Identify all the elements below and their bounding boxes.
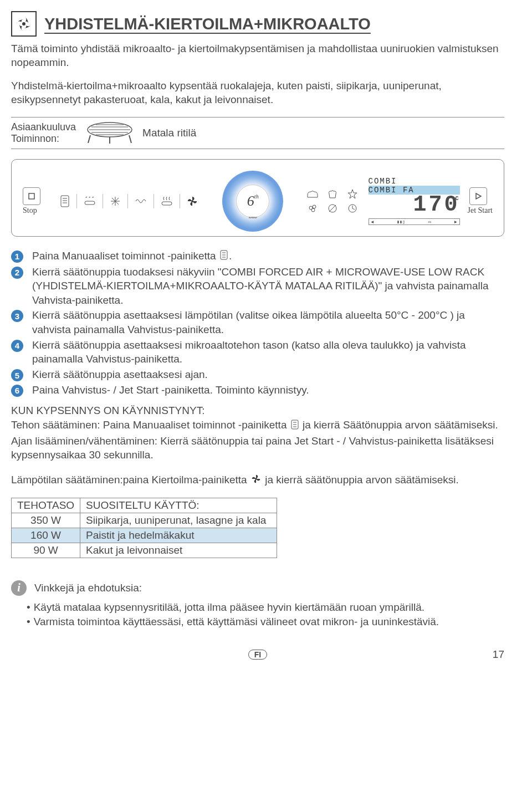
svg-line-29 [352, 208, 355, 210]
table-cell: 90 W [12, 543, 80, 558]
stop-icon [28, 193, 35, 200]
step-2-text: Kierrä säätönuppia tuodaksesi näkyviin "… [32, 265, 504, 308]
manual-functions-icon[interactable] [60, 195, 70, 207]
svg-point-0 [22, 22, 25, 25]
step-badge-3: 3 [11, 310, 23, 322]
page-footer: FI 17 [11, 650, 504, 660]
play-icon [474, 192, 482, 200]
knob-sup: th [254, 193, 259, 200]
table-row: 160 W Paistit ja hedelmäkakut [12, 528, 277, 543]
jet-start-label: Jet Start [468, 206, 493, 215]
step-badge-5: 5 [11, 369, 23, 381]
knob-sense: sense [249, 215, 257, 219]
intro-paragraph-1: Tämä toiminto yhdistää mikroaalto- ja ki… [11, 42, 504, 69]
tips-heading: Vinkkejä ja ehdotuksia: [34, 582, 142, 594]
stop-label: Stop [23, 206, 37, 215]
step-badge-6: 6 [11, 385, 23, 397]
tip-1: Käytä matalaa kypsennysritilää, jotta il… [34, 600, 424, 615]
tips-list: •Käytä matalaa kypsennysritilää, jotta i… [27, 600, 504, 630]
control-panel: Stop [11, 159, 504, 237]
table-cell: Kakut ja leivonnaiset [80, 543, 277, 558]
clock-icon[interactable] [344, 202, 361, 214]
info-icon: i [11, 580, 27, 596]
preset-icons [304, 188, 361, 214]
svg-point-23 [313, 205, 316, 208]
svg-line-26 [329, 205, 336, 212]
lcd-line-1: COMBI [369, 177, 460, 186]
fan-inline-icon [251, 473, 261, 487]
svg-rect-11 [61, 196, 69, 207]
table-cell: Siipikarja, uuniperunat, lasagne ja kala [80, 513, 277, 528]
language-badge: FI [248, 650, 267, 660]
step-6-text: Paina Vahvistus- / Jet Start -painiketta… [32, 383, 504, 397]
no-preheat-icon[interactable] [324, 202, 341, 214]
step-1-text: Paina Manuaaliset toiminnot -painiketta … [32, 249, 504, 264]
grill-icon[interactable] [84, 196, 96, 207]
accessory-label-1: Asiaankuuluva [11, 121, 76, 133]
microwave-icon[interactable] [135, 196, 147, 206]
fan-section-icon [11, 11, 37, 37]
step-badge-4: 4 [11, 340, 23, 352]
chef-hat-icon[interactable] [324, 188, 341, 200]
running-line-2: Ajan lisääminen/vähentäminen: Kierrä sää… [11, 434, 504, 462]
step-4-text: Kierrä säätönuppia asettaaksesi mikroaal… [32, 338, 504, 366]
lcd-value: 170°C [369, 192, 460, 217]
svg-rect-20 [162, 202, 172, 205]
accessory-row: Asiaankuuluva Toiminnon: Matala ritilä [11, 117, 504, 149]
snowflake-icon[interactable] [110, 196, 121, 207]
step-5-text: Kierrä säätönuppia asettaaksesi ajan. [32, 367, 504, 382]
table-cell: 350 W [12, 513, 80, 528]
tip-2: Varmista toimintoa käyttäessäsi, että kä… [34, 615, 439, 630]
svg-rect-15 [85, 201, 95, 205]
bread-icon[interactable] [304, 188, 321, 200]
running-line-1: Tehon säätäminen: Paina Manuaaliset toim… [11, 418, 504, 433]
manual-functions-inline-icon [220, 249, 228, 264]
svg-line-7 [88, 135, 90, 143]
table-row: 350 W Siipikarja, uuniperunat, lasagne j… [12, 513, 277, 528]
power-table: TEHOTASO SUOSITELTU KÄYTTÖ: 350 W Siipik… [11, 498, 277, 558]
knob-six: 6 [247, 193, 254, 210]
table-header-2: SUOSITELTU KÄYTTÖ: [80, 498, 277, 513]
steps-list: 1 Paina Manuaaliset toiminnot -painikett… [11, 249, 504, 397]
svg-rect-10 [29, 193, 34, 199]
step-badge-2: 2 [11, 267, 23, 279]
intro-paragraph-2: Yhdistelmä-kiertoilma+mikroaalto kypsent… [11, 79, 504, 106]
control-knob[interactable]: 6th sense [222, 171, 283, 232]
fan-mode-icon[interactable] [187, 196, 198, 207]
jet-start-button[interactable] [469, 187, 487, 205]
lcd-progress-bar: ◄▮▮▯▭► [369, 218, 460, 225]
accessory-label-2: Toiminnon: [11, 133, 76, 145]
star-icon[interactable] [344, 188, 361, 200]
lcd-display: COMBI COMBI FA 170°C ◄▮▮▯▭► [369, 177, 460, 225]
accessory-name: Matala ritilä [142, 127, 196, 139]
mode-icon-row [56, 194, 202, 208]
fan-icon [15, 15, 33, 33]
page-number: 17 [493, 648, 504, 661]
steam-icon[interactable] [161, 196, 173, 207]
step-badge-1: 1 [11, 251, 23, 263]
svg-point-24 [311, 208, 315, 212]
stop-button[interactable] [23, 187, 40, 205]
section-title: YHDISTELMÄ-KIERTOILMA+MIKROAALTO [44, 15, 371, 33]
manual-functions-inline-icon-2 [291, 419, 299, 433]
running-line-3: Lämpötilan säätäminen:paina Kiertoilma-p… [11, 473, 504, 488]
low-rack-icon [85, 121, 135, 145]
table-row: 90 W Kakut ja leivonnaiset [12, 543, 277, 558]
running-heading: KUN KYPSENNYS ON KÄYNNISTYNYT: [11, 405, 504, 417]
popcorn-icon[interactable] [304, 202, 321, 214]
table-cell: Paistit ja hedelmäkakut [80, 528, 277, 543]
svg-line-8 [129, 135, 131, 143]
table-cell: 160 W [12, 528, 80, 543]
table-header-1: TEHOTASO [12, 498, 80, 513]
step-3-text: Kierrä säätönuppia asettaaksesi lämpötil… [32, 308, 504, 336]
